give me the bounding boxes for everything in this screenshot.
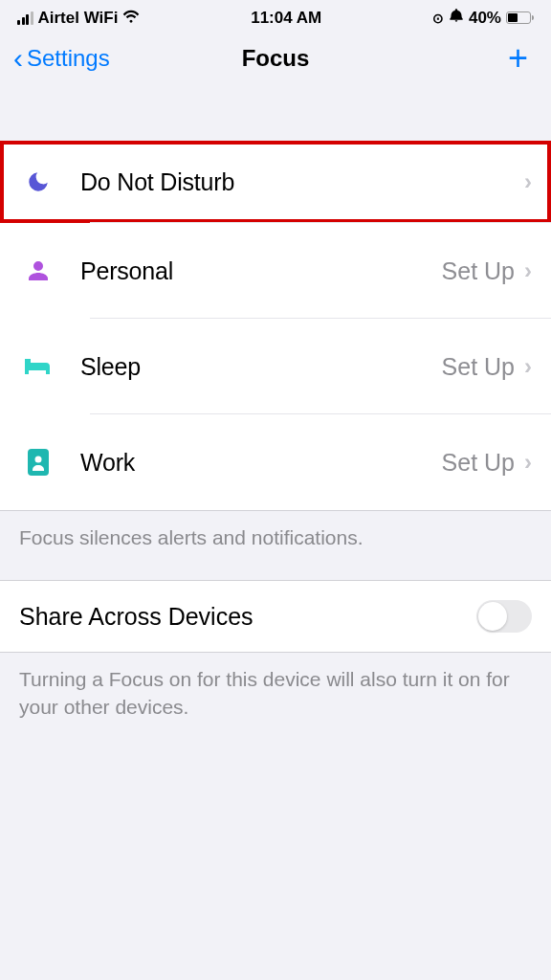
chevron-right-icon: ›: [524, 168, 532, 195]
alarm-icon: [449, 8, 464, 28]
chevron-right-icon: ›: [524, 257, 532, 284]
back-label: Settings: [27, 45, 110, 72]
row-work[interactable]: Work Set Up ›: [0, 414, 551, 510]
spacer: [0, 93, 551, 141]
share-label: Share Across Devices: [19, 603, 253, 631]
battery-icon: [506, 11, 534, 24]
focus-mode-list: Do Not Disturb › Personal Set Up › Sleep…: [0, 141, 551, 510]
battery-percent: 40%: [469, 9, 501, 28]
person-icon: [23, 259, 54, 282]
row-share-across-devices[interactable]: Share Across Devices: [0, 580, 551, 653]
back-button[interactable]: ‹ Settings: [13, 44, 110, 73]
row-do-not-disturb[interactable]: Do Not Disturb ›: [0, 141, 551, 223]
status-right: ⊙ 40%: [432, 8, 534, 28]
nav-bar: ‹ Settings Focus +: [0, 32, 551, 93]
row-sleep[interactable]: Sleep Set Up ›: [0, 319, 551, 414]
chevron-right-icon: ›: [524, 353, 532, 380]
chevron-left-icon: ‹: [13, 44, 23, 73]
row-trail: Set Up: [442, 449, 515, 477]
share-toggle[interactable]: [476, 600, 532, 633]
chevron-right-icon: ›: [524, 449, 532, 476]
footer-focus-description: Focus silences alerts and notifications.: [0, 510, 551, 580]
status-bar: Airtel WiFi 11:04 AM ⊙ 40%: [0, 0, 551, 32]
toggle-knob: [478, 602, 507, 631]
row-trail: Set Up: [442, 353, 515, 381]
row-label: Sleep: [80, 353, 442, 381]
row-label: Do Not Disturb: [80, 168, 524, 196]
moon-icon: [23, 169, 54, 194]
badge-icon: [23, 449, 54, 476]
row-personal[interactable]: Personal Set Up ›: [0, 223, 551, 319]
row-label: Work: [80, 449, 442, 477]
bed-icon: [23, 357, 54, 376]
status-time: 11:04 AM: [251, 9, 321, 28]
signal-icon: [17, 11, 33, 25]
status-left: Airtel WiFi: [17, 9, 140, 28]
svg-point-1: [35, 457, 42, 463]
add-button[interactable]: +: [508, 41, 538, 76]
orientation-lock-icon: ⊙: [432, 11, 444, 26]
row-trail: Set Up: [442, 257, 515, 285]
footer-share-description: Turning a Focus on for this device will …: [0, 653, 551, 749]
carrier-label: Airtel WiFi: [38, 9, 119, 28]
row-label: Personal: [80, 257, 442, 285]
wifi-icon: [122, 9, 140, 28]
page-title: Focus: [242, 45, 310, 72]
